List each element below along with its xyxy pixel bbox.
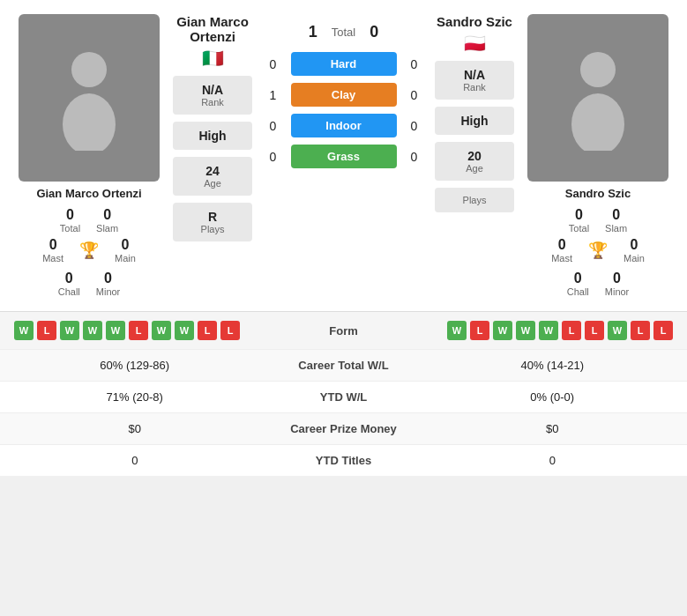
player-left-trophy-row: 0 Mast 🏆 0 Main <box>42 237 136 263</box>
svg-point-1 <box>63 93 116 151</box>
stats-section: 60% (129-86)Career Total W/L40% (14-21)7… <box>0 349 687 476</box>
player-right-center-name: Sandro Szic <box>437 14 512 29</box>
stat-mast-right-label: Mast <box>551 253 572 263</box>
stat-total-right: 0 Total <box>569 207 589 234</box>
stats-row: 71% (20-8)YTD W/L0% (0-0) <box>0 381 687 412</box>
player-right-trophy-row: 0 Mast 🏆 0 Main <box>551 237 645 263</box>
stats-center-label: Career Prize Money <box>256 422 432 435</box>
stats-row: 0YTD Titles0 <box>0 444 687 476</box>
stat-total-left: 0 Total <box>60 207 80 234</box>
age-left-label: Age <box>176 178 249 189</box>
stats-center-label: Career Total W/L <box>256 359 432 372</box>
clay-score-left: 1 <box>265 88 282 102</box>
stat-slam-right-label: Slam <box>605 223 627 234</box>
stats-row: $0Career Prize Money$0 <box>0 412 687 444</box>
stat-total-left-label: Total <box>60 223 80 234</box>
stats-right-val: 0 <box>432 454 674 467</box>
stat-main-right-label: Main <box>624 253 645 263</box>
indoor-score-right: 0 <box>406 119 423 133</box>
player-left-flag: 🇮🇹 <box>202 48 224 69</box>
form-badge-right: L <box>562 321 581 340</box>
total-score-right: 0 <box>370 23 378 41</box>
form-badge-right: L <box>653 321 673 340</box>
player-left: Gian Marco Ortenzi 0 Total 0 Slam 0 Mast… <box>14 14 164 297</box>
top-section: Gian Marco Ortenzi 0 Total 0 Slam 0 Mast… <box>0 0 687 311</box>
high-left-value: High <box>176 129 249 143</box>
clay-score-right: 0 <box>406 88 423 102</box>
stat-total-right-label: Total <box>569 223 589 234</box>
surface-row-grass: 0 Grass 0 <box>261 145 426 168</box>
stats-right-val: 40% (14-21) <box>432 359 674 372</box>
surface-row-hard: 0 Hard 0 <box>261 52 426 76</box>
hard-score-right: 0 <box>406 57 423 71</box>
stat-minor-right-label: Minor <box>605 286 630 297</box>
grass-button[interactable]: Grass <box>291 145 397 168</box>
form-badge-left: W <box>83 321 102 340</box>
center-top-area: 1 Total 0 <box>309 23 379 41</box>
total-label: Total <box>332 26 355 39</box>
stats-center-label: YTD Titles <box>256 454 432 467</box>
player-left-total-slam: 0 Total 0 Slam <box>60 207 118 234</box>
stats-left-val: 60% (129-86) <box>14 359 256 372</box>
plays-left-label: Plays <box>176 224 249 234</box>
stat-mast-right: 0 Mast <box>551 237 572 263</box>
form-badge-left: L <box>220 321 240 340</box>
rank-left-label: Rank <box>176 97 249 108</box>
plays-right-label: Plays <box>438 195 511 205</box>
info-box-age-left: 24 Age <box>173 157 252 196</box>
hard-score-left: 0 <box>265 57 282 71</box>
stat-main-left-value: 0 <box>121 237 129 253</box>
stat-chall-left: 0 Chall <box>58 271 80 297</box>
stat-chall-left-value: 0 <box>65 271 73 286</box>
stats-left-val: 71% (20-8) <box>14 390 256 404</box>
player-left-avatar <box>19 14 160 182</box>
form-badge-left: L <box>37 321 56 340</box>
main-container: Gian Marco Ortenzi 0 Total 0 Slam 0 Mast… <box>0 0 687 476</box>
clay-button[interactable]: Clay <box>291 83 397 107</box>
info-box-high-left: High <box>173 122 252 150</box>
center-info-right: Sandro Szic 🇵🇱 N/A Rank High 20 Age Play… <box>435 14 514 297</box>
info-box-plays-left: R Plays <box>173 203 252 241</box>
form-badge-left: W <box>14 321 34 340</box>
hard-button[interactable]: Hard <box>291 52 397 76</box>
form-badge-left: L <box>198 321 217 340</box>
form-badge-left: L <box>129 321 148 340</box>
grass-score-right: 0 <box>406 150 423 164</box>
player-left-chall-minor: 0 Chall 0 Minor <box>58 271 121 297</box>
grass-score-left: 0 <box>265 150 282 164</box>
stat-main-right: 0 Main <box>624 237 645 263</box>
info-box-rank-right: N/A Rank <box>435 61 514 100</box>
svg-point-2 <box>580 52 616 87</box>
form-badge-right: L <box>470 321 489 340</box>
form-badge-left: W <box>60 321 79 340</box>
indoor-button[interactable]: Indoor <box>291 114 397 137</box>
info-box-rank-left: N/A Rank <box>173 76 252 115</box>
total-score-left: 1 <box>309 23 317 41</box>
stat-minor-right: 0 Minor <box>605 271 630 297</box>
rank-right-value: N/A <box>438 68 511 82</box>
stat-chall-right-value: 0 <box>574 271 582 286</box>
high-right-value: High <box>438 114 511 128</box>
middle-section: 1 Total 0 0 Hard 0 1 Clay 0 0 Indoor 0 0 <box>261 14 426 297</box>
stat-chall-right: 0 Chall <box>567 271 589 297</box>
form-badge-left: W <box>152 321 171 340</box>
form-badges-right: WLWWWLLWLL <box>388 321 674 340</box>
form-badge-right: W <box>539 321 558 340</box>
form-badge-right: L <box>585 321 604 340</box>
stat-minor-left-value: 0 <box>104 271 112 286</box>
stat-mast-right-value: 0 <box>558 237 566 253</box>
stat-slam-left-value: 0 <box>103 207 111 223</box>
form-badge-right: W <box>447 321 467 340</box>
player-right-total-slam: 0 Total 0 Slam <box>569 207 627 234</box>
trophy-right-icon: 🏆 <box>588 241 608 260</box>
stat-total-right-value: 0 <box>575 207 583 223</box>
stats-left-val: $0 <box>14 422 256 435</box>
svg-point-3 <box>571 93 624 151</box>
stat-slam-left-label: Slam <box>96 223 118 234</box>
stats-center-label: YTD W/L <box>256 390 432 404</box>
player-right-avatar <box>527 14 668 182</box>
player-left-name: Gian Marco Ortenzi <box>36 187 141 200</box>
form-badge-right: W <box>608 321 627 340</box>
svg-point-0 <box>71 52 107 87</box>
stat-minor-right-value: 0 <box>613 271 621 286</box>
